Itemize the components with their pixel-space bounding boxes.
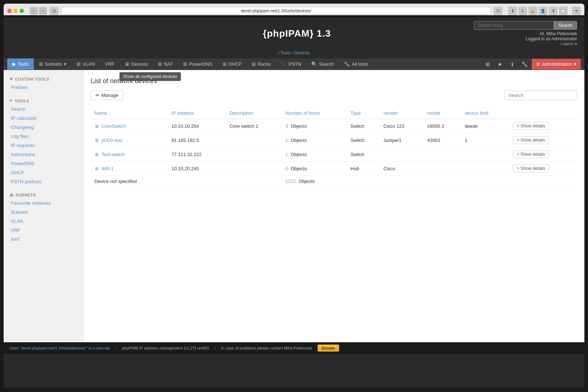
sidebar-item-search[interactable]: Search xyxy=(4,105,83,114)
device-vendor: Cisco 123 xyxy=(380,119,424,133)
sidebar-item-favourite-networks[interactable]: Favourite networks xyxy=(4,199,83,208)
nav-item-racks[interactable]: ⊞ Racks xyxy=(247,58,276,70)
footer-link[interactable]: Open "devel.phpipam.net/1.3/tools/device… xyxy=(9,346,110,350)
breadcrumb-devices[interactable]: Devices xyxy=(294,50,310,56)
sidebar-item-dhcp[interactable]: DHCP xyxy=(4,168,83,177)
sidebar-item-pstn-prefixes[interactable]: PSTN prefixes xyxy=(4,177,83,186)
sidebar-item-ip-requests[interactable]: IP requests xyxy=(4,141,83,150)
objects-label: Objects xyxy=(291,123,307,129)
logged-as: Logged in as Administrator xyxy=(526,36,577,41)
donate-button[interactable]: Donate xyxy=(317,344,339,352)
devices-table: Name IP address Description Number of ho… xyxy=(91,107,577,187)
main-nav: ▶ Tools ⊞ Subnets ▾ ⊞ VLAN VRF 🖥 Devices xyxy=(4,58,584,70)
nav-item-nat[interactable]: ⊞ NAT xyxy=(153,58,178,70)
reload-icon[interactable]: ↻ xyxy=(494,7,502,15)
device-type: Switch xyxy=(347,119,380,133)
nav-item-vlan[interactable]: ⊞ VLAN xyxy=(72,58,100,70)
forward-button[interactable]: › xyxy=(39,7,47,15)
device-model: 43001 xyxy=(424,133,461,147)
breadcrumb: / Tools / Devices xyxy=(4,50,584,58)
device-vendor: Cisco xyxy=(380,162,424,176)
nav-item-dhcp[interactable]: ⊞ DHCP xyxy=(218,58,247,70)
share-icon[interactable]: ⬆ xyxy=(549,7,557,15)
device-link[interactable]: CoreSwitch xyxy=(102,123,126,129)
device-field xyxy=(461,162,509,176)
sidebar-item-prefixes[interactable]: Prefixes xyxy=(4,83,83,92)
device-field xyxy=(461,147,509,162)
device-link[interactable]: j4300-test xyxy=(102,138,122,143)
nav-item-subnets[interactable]: ⊞ Subnets ▾ xyxy=(34,58,72,70)
person-icon[interactable]: 👤 xyxy=(539,7,547,15)
sidebar-item-subnets[interactable]: Subnets xyxy=(4,208,83,217)
manage-button[interactable]: ✏ Manage xyxy=(91,90,123,100)
device-ip: 10.10.10.254 xyxy=(168,119,226,133)
device-link[interactable]: Wifi-1 xyxy=(102,166,114,171)
admin-button[interactable]: ⚙ Administration ▾ xyxy=(532,59,581,70)
device-name-cell: 🖥 Test-switch xyxy=(91,147,168,162)
minimize-traffic-light[interactable] xyxy=(13,9,18,13)
pencil-icon: ✏ xyxy=(96,93,100,98)
sidebar-item-vrf[interactable]: VRF xyxy=(4,226,83,235)
sidebar-item-powerdns[interactable]: PowerDNS xyxy=(4,159,83,168)
back-button[interactable]: ‹ xyxy=(30,7,38,15)
nav-item-all-tools[interactable]: 🔧 All tools xyxy=(339,58,373,70)
device-monitor-icon: 🖥 xyxy=(94,152,99,157)
sidebar-item-nat[interactable]: NAT xyxy=(4,235,83,244)
device-model xyxy=(424,162,461,176)
device-description: Core switch 1 xyxy=(226,119,281,133)
bookmark-icon[interactable]: 📋 xyxy=(559,7,568,15)
sidebar-item-vlan[interactable]: VLAN xyxy=(4,217,83,226)
add-tab-button[interactable]: + xyxy=(572,7,581,15)
wrench-icon-btn[interactable]: 🔧 xyxy=(519,59,530,70)
nav-item-devices[interactable]: 🖥 Devices xyxy=(119,58,153,70)
address-bar[interactable]: devel.phpipam.net/1.3/tools/devices/ xyxy=(61,7,491,15)
maximize-traffic-light[interactable] xyxy=(20,9,24,13)
gear-icon: ⚙ xyxy=(536,61,540,67)
show-details-button[interactable]: > Show details xyxy=(513,122,549,130)
table-row: 🖥 Test-switch 77.111.32.222 1 Objects Sw… xyxy=(91,147,577,162)
device-hosts: 1 Objects xyxy=(282,133,347,147)
breadcrumb-sep: / xyxy=(278,50,279,56)
nav-item-vrf[interactable]: VRF xyxy=(100,58,119,70)
device-link[interactable]: Test-switch xyxy=(101,152,125,157)
search-button[interactable]: Search xyxy=(554,21,577,30)
col-actions xyxy=(509,107,577,119)
device-description xyxy=(226,147,281,162)
nav-item-tools[interactable]: ▶ Tools xyxy=(7,58,34,70)
show-details-button[interactable]: > Show details xyxy=(513,136,549,144)
col-description: Description xyxy=(226,107,281,119)
breadcrumb-tools[interactable]: Tools xyxy=(280,50,291,56)
nav-item-powerdns[interactable]: ⊞ PowerDNS xyxy=(178,58,217,70)
sidebar-item-changelog[interactable]: Changelog xyxy=(4,123,83,132)
content-search-input[interactable] xyxy=(504,90,577,100)
sidebar-toggle-icon[interactable]: ⊟ xyxy=(50,7,58,15)
show-details-cell: > Show details xyxy=(509,119,577,133)
device-model xyxy=(424,147,461,162)
sidebar-item-log-files[interactable]: Log files xyxy=(4,132,83,141)
nav-item-search[interactable]: 🔍 Search xyxy=(306,58,339,70)
main-content: List of network devices ✏ Manage Name IP… xyxy=(84,70,584,342)
star-icon-btn[interactable]: ★ xyxy=(495,59,506,70)
scissors-icon: ✂ xyxy=(9,98,13,103)
breadcrumb-sep2: / xyxy=(292,50,293,56)
no-device-hosts: 1315 Objects xyxy=(282,176,347,187)
show-details-button[interactable]: > Show details xyxy=(513,164,549,172)
grid-icon-btn[interactable]: ⊞ xyxy=(482,59,493,70)
objects-count: 3 xyxy=(285,123,288,129)
no-device-label: Device not specified xyxy=(91,176,168,187)
device-ip: 91.185.192.5 xyxy=(168,133,226,147)
info-icon[interactable]: ℹ xyxy=(518,7,527,15)
sidebar-item-ip-calculator[interactable]: IP calculator xyxy=(4,114,83,123)
logout-link[interactable]: Logout ➜ xyxy=(526,41,577,46)
search-input[interactable] xyxy=(474,21,554,30)
info-icon-btn[interactable]: ℹ xyxy=(507,59,518,70)
close-traffic-light[interactable] xyxy=(7,9,12,13)
tools-icon: ▶ xyxy=(12,61,16,67)
sidebar: ★ CUSTOM TOOLS Prefixes ✂ TOOLS Search I… xyxy=(4,70,84,342)
download-icon[interactable]: ⬇ xyxy=(508,7,517,15)
lock-icon[interactable]: 🔒 xyxy=(528,7,537,15)
device-monitor-icon: 🖥 xyxy=(94,138,99,143)
nav-item-pstn[interactable]: 📞 PSTN xyxy=(276,58,307,70)
show-details-button[interactable]: > Show details xyxy=(513,150,549,158)
sidebar-item-instructions[interactable]: Instructions xyxy=(4,150,83,159)
